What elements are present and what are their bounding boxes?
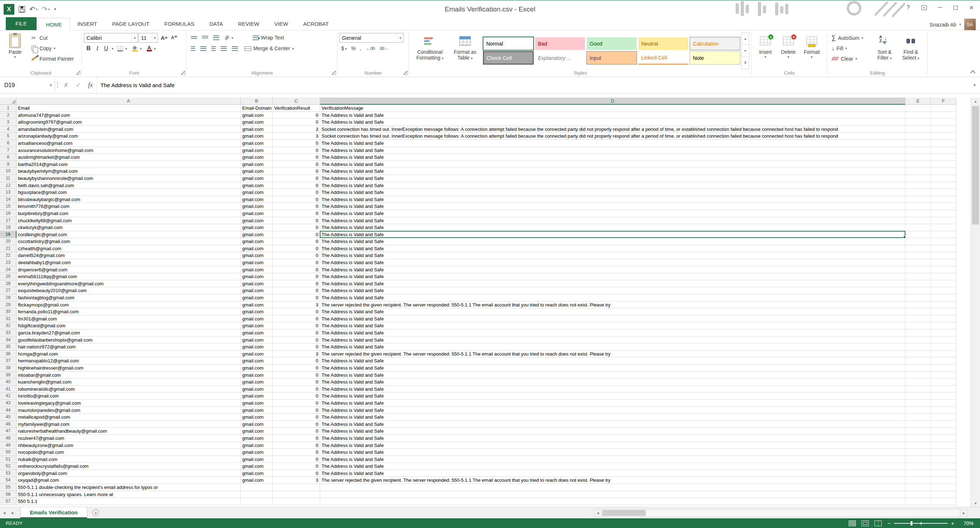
bold-button[interactable]: B	[84, 44, 93, 54]
cell-C31[interactable]: 0	[273, 316, 320, 323]
row-header-34[interactable]: 34	[0, 336, 16, 344]
cell-D40[interactable]: The Address is Valid and Safe	[320, 379, 905, 386]
row-header-31[interactable]: 31	[0, 316, 16, 323]
cell-B21[interactable]: gmail.com	[241, 245, 273, 252]
row-header-40[interactable]: 40	[0, 379, 16, 386]
delete-cells-button[interactable]: × Delete ▾	[777, 32, 800, 69]
cell-E56[interactable]	[905, 491, 931, 498]
cell-A24[interactable]: drspencer6@gmail.com	[16, 266, 241, 273]
cell-D56[interactable]	[320, 491, 905, 498]
cell-A31[interactable]: fm301@gmail.com	[16, 316, 241, 323]
zoom-slider-thumb[interactable]	[910, 521, 913, 526]
cell-A5[interactable]: arizonaplantlady@gmail.com	[16, 133, 241, 140]
styles-scroll-up-button[interactable]: ▴	[742, 33, 749, 45]
row-header-42[interactable]: 42	[0, 393, 16, 400]
row-header-15[interactable]: 15	[0, 203, 16, 210]
align-middle-button[interactable]	[200, 33, 210, 43]
cell-B28[interactable]: gmail.com	[241, 294, 273, 301]
cell-B34[interactable]: gmail.com	[241, 336, 273, 344]
borders-button[interactable]: ▾	[115, 44, 129, 54]
increase-indent-button[interactable]	[230, 44, 240, 54]
conditional-formatting-button[interactable]: Conditional Formatting ▾	[411, 32, 449, 69]
cell-A40[interactable]: kuanchenglin@gmail.com	[16, 379, 241, 386]
cell-F31[interactable]	[931, 316, 956, 323]
row-header-3[interactable]: 3	[0, 119, 16, 126]
cell-B29[interactable]: gmail.com	[241, 301, 273, 309]
cell-E49[interactable]	[905, 442, 931, 449]
cell-B10[interactable]: gmail.com	[241, 168, 273, 175]
cell-D46[interactable]: The Address is Valid and Safe	[320, 421, 905, 428]
cell-F39[interactable]	[931, 372, 956, 379]
cell-C24[interactable]: 0	[273, 266, 320, 273]
cell-F15[interactable]	[931, 203, 956, 210]
cell-C44[interactable]: 0	[273, 407, 320, 414]
zoom-in-button[interactable]: +	[951, 520, 954, 526]
cell-E57[interactable]	[905, 498, 931, 505]
cell-D52[interactable]: The Address is Valid and Safe	[320, 463, 905, 470]
column-header-A[interactable]: A	[16, 97, 241, 105]
tab-review[interactable]: REVIEW	[231, 17, 267, 30]
cell-E36[interactable]	[905, 350, 931, 358]
row-header-13[interactable]: 13	[0, 189, 16, 196]
cell-A20[interactable]: cscottartistry@gmail.com	[16, 238, 241, 245]
cell-A50[interactable]: nocopolio@gmail.com	[16, 449, 241, 456]
cell-F51[interactable]	[931, 456, 956, 463]
fill-color-button[interactable]: ▾	[130, 44, 144, 54]
cell-D2[interactable]: The Address is Valid and Safe	[320, 112, 905, 119]
cell-F34[interactable]	[931, 336, 956, 344]
cell-E54[interactable]	[905, 477, 931, 484]
cell-B36[interactable]: gmail.com	[241, 350, 273, 358]
cell-E7[interactable]	[905, 147, 931, 154]
cell-C49[interactable]: 0	[273, 442, 320, 449]
orientation-button[interactable]: ab▾	[222, 33, 235, 43]
undo-button[interactable]: ↶▾	[29, 5, 37, 13]
cell-C4[interactable]: 3	[273, 126, 320, 133]
cut-button[interactable]: ✂Cut	[28, 33, 76, 43]
row-header-17[interactable]: 17	[0, 217, 16, 224]
cell-B8[interactable]: gmail.com	[241, 154, 273, 161]
cell-A52[interactable]: ontherockscrystalfalls@gmail.com	[16, 463, 241, 470]
cell-C33[interactable]: 0	[273, 330, 320, 336]
cell-A15[interactable]: bmsmith778@gmail.com	[16, 203, 241, 210]
row-header-9[interactable]: 9	[0, 161, 16, 168]
cell-F27[interactable]	[931, 287, 956, 294]
row-header-43[interactable]: 43	[0, 400, 16, 407]
cell-E25[interactable]	[905, 273, 931, 280]
cell-C14[interactable]: 0	[273, 196, 320, 203]
tab-data[interactable]: DATA	[202, 17, 231, 30]
cell-C25[interactable]: 0	[273, 273, 320, 280]
sort-filter-button[interactable]: AZ↓ Sort & Filter ▾	[872, 32, 897, 69]
cell-D21[interactable]: The Address is Valid and Safe	[320, 245, 905, 252]
cell-D36[interactable]: The server rejected the given recipient.…	[320, 350, 905, 358]
number-dialog-launcher[interactable]	[404, 71, 408, 75]
cell-B24[interactable]: gmail.com	[241, 266, 273, 273]
cell-B57[interactable]	[241, 498, 273, 505]
zoom-out-button[interactable]: −	[888, 520, 891, 526]
cell-B52[interactable]: gmail.com	[241, 463, 273, 470]
row-header-22[interactable]: 22	[0, 252, 16, 259]
cell-B12[interactable]: gmail.com	[241, 182, 273, 189]
cell-F3[interactable]	[931, 119, 956, 126]
help-button[interactable]: ?	[900, 0, 916, 15]
cell-E27[interactable]	[905, 287, 931, 294]
cell-F50[interactable]	[931, 449, 956, 456]
cell-A16[interactable]: burpibrebzy@gmail.com	[16, 210, 241, 217]
cell-A30[interactable]: fernanda.polto11@gmail.com	[16, 308, 241, 316]
cell-B5[interactable]: gmail.com	[241, 133, 273, 140]
cell-E1[interactable]	[905, 105, 931, 112]
cell-C56[interactable]	[273, 491, 320, 498]
select-all-button[interactable]	[0, 97, 16, 105]
cell-A41[interactable]: lobomineralsllc@gmail.com	[16, 386, 241, 393]
row-header-7[interactable]: 7	[0, 147, 16, 154]
paste-button[interactable]: Paste ▾	[2, 32, 28, 69]
cell-F21[interactable]	[931, 245, 956, 252]
tab-acrobat[interactable]: ACROBAT	[296, 17, 336, 30]
cell-D12[interactable]: The Address is Valid and Safe	[320, 182, 905, 189]
font-dialog-launcher[interactable]	[181, 71, 185, 75]
cell-F9[interactable]	[931, 161, 956, 168]
cell-B22[interactable]: gmail.com	[241, 252, 273, 259]
cell-style-calculation[interactable]: Calculation	[690, 37, 740, 50]
cell-F55[interactable]	[931, 484, 956, 491]
cell-E21[interactable]	[905, 245, 931, 252]
row-header-41[interactable]: 41	[0, 386, 16, 393]
